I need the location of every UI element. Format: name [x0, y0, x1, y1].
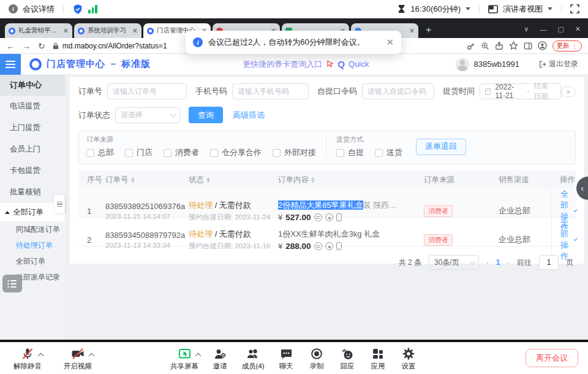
reactions-button[interactable]: 回应 [332, 346, 363, 371]
phone-input[interactable] [232, 83, 309, 99]
share-options-caret[interactable] [195, 353, 201, 359]
prev-page-button[interactable]: ‹ [486, 259, 489, 266]
pickup-code-input[interactable] [362, 83, 434, 99]
search-button[interactable]: 查询 [189, 107, 223, 123]
checkbox-icon[interactable] [273, 149, 281, 157]
sidebar-item-city-delivery-orders[interactable]: 同城配送订单 [0, 221, 65, 237]
view-mode-label[interactable]: 演讲者视图 [503, 4, 543, 15]
tab-close-icon[interactable]: ✕ [409, 27, 415, 35]
password-key-icon[interactable] [467, 42, 475, 50]
share-screen-button[interactable]: 共享屏幕 [164, 346, 205, 371]
bookmark-star-icon[interactable] [509, 41, 518, 50]
sort-icon[interactable] [311, 177, 315, 183]
col-content[interactable]: 订单内容 [278, 175, 424, 185]
start-video-button[interactable]: 开启视频 [60, 346, 96, 371]
meeting-info-icon[interactable]: i [9, 4, 18, 13]
checkbox-icon[interactable] [164, 149, 172, 157]
checkbox-icon[interactable] [336, 149, 344, 157]
sidebar-item-member-visit[interactable]: 会员上门 [0, 139, 65, 160]
advanced-filter-link[interactable]: 高级筛选 [233, 110, 265, 121]
reload-icon[interactable]: ↻ [38, 41, 45, 51]
checkbox-icon[interactable] [86, 149, 94, 157]
side-panel-icon[interactable] [524, 42, 532, 50]
checkbox-icon[interactable] [125, 149, 133, 157]
browser-tab-2[interactable]: 系统培训学习 ✕ [74, 23, 141, 38]
sidebar-item-pending-orders[interactable]: 待处理订单 [0, 237, 65, 253]
col-status[interactable]: 状态 [189, 175, 278, 185]
zoom-icon[interactable] [481, 42, 489, 50]
meeting-details-label[interactable]: 会议详情 [23, 4, 55, 15]
tab-close-icon[interactable]: ✕ [132, 27, 138, 35]
sidebar-item-door-pickup[interactable]: 上门提货 [0, 117, 65, 139]
new-tab-button[interactable]: ＋ [424, 24, 433, 36]
window-maximize-button[interactable]: ▢ [557, 25, 564, 33]
current-page[interactable]: 1 [496, 258, 500, 267]
end-date-placeholder[interactable]: 结束日期 [533, 81, 556, 102]
gift-icon[interactable] [325, 213, 333, 221]
video-options-caret[interactable] [89, 353, 95, 359]
checkbox-self-pickup[interactable]: 自提 [336, 147, 364, 158]
back-icon[interactable]: ← [6, 41, 15, 51]
table-row[interactable]: 2 83859345088979792a 2023-11-13 14:33:34… [78, 218, 576, 246]
forward-icon[interactable]: → [22, 41, 31, 51]
checkbox-consumer[interactable]: 消费者 [164, 147, 199, 158]
next-page-button[interactable]: › [507, 259, 510, 266]
order-status-select[interactable]: 请选择 [115, 107, 180, 123]
checkbox-hq[interactable]: 总部 [86, 147, 114, 158]
checkbox-icon[interactable] [210, 149, 218, 157]
quick-label[interactable]: Quick [349, 59, 369, 69]
user-avatar[interactable] [456, 58, 469, 71]
banner-close-icon[interactable]: ✕ [386, 37, 394, 48]
goto-page-input[interactable] [539, 255, 559, 270]
chrome-update-button[interactable]: 更新⋮ [552, 40, 582, 52]
timer-dropdown-icon[interactable] [466, 7, 470, 10]
order-no-input[interactable] [107, 83, 187, 99]
fullscreen-icon[interactable] [570, 4, 579, 13]
quick-card-entry-link[interactable]: 更快捷的券卡查询入口 [243, 59, 322, 70]
logout-button[interactable]: 退出登录 [539, 59, 578, 69]
sidebar-item-all-orders[interactable]: 全部订单 [0, 253, 65, 269]
sidebar-section-order-center[interactable]: 订单中心 [0, 75, 65, 96]
collapse-filters-button[interactable]: » [561, 86, 576, 97]
page-size-select[interactable]: 30条/页 [429, 255, 479, 270]
share-icon[interactable] [495, 42, 503, 50]
menu-hamburger-button[interactable] [0, 54, 21, 75]
browser-tab-1[interactable]: 礼盒营销平台管理中心 ✕ [5, 23, 72, 38]
leave-meeting-button[interactable]: 离开会议 [526, 349, 578, 367]
floating-list-button[interactable] [2, 275, 22, 292]
mic-options-caret[interactable] [38, 353, 44, 359]
phone-icon[interactable] [336, 242, 342, 250]
members-button[interactable]: 成员(4) [235, 346, 271, 371]
window-close-button[interactable]: ✕ [575, 25, 581, 33]
sort-icon[interactable] [206, 177, 210, 183]
invite-button[interactable]: 邀请 [205, 346, 235, 371]
checkbox-store[interactable]: 门店 [125, 147, 153, 158]
checkbox-icon[interactable] [375, 149, 383, 157]
network-signal-icon[interactable] [88, 5, 97, 13]
tab-search-icon[interactable]: ∨ [524, 25, 529, 33]
start-date-value[interactable]: 2022-11-21 [495, 83, 522, 100]
apps-button[interactable]: 应用 [363, 346, 393, 371]
dispatch-return-button[interactable]: 派单退回 [416, 139, 466, 155]
profile-avatar-icon[interactable] [538, 41, 547, 50]
unmute-button[interactable]: 解除静音 [10, 346, 45, 371]
chat-button[interactable]: 聊天 [271, 346, 301, 371]
view-dropdown-icon[interactable] [548, 7, 552, 10]
sort-icon[interactable] [131, 177, 135, 183]
record-button[interactable]: 录制 [301, 346, 332, 371]
window-minimize-button[interactable]: — [540, 26, 546, 33]
gift-icon[interactable] [325, 242, 333, 250]
date-range-picker[interactable]: 2022-11-21 - 结束日期 [480, 83, 561, 99]
checkbox-delivery[interactable]: 送货 [375, 147, 402, 158]
sidebar-item-card-pickup[interactable]: 卡包提货 [0, 160, 65, 181]
receipt-icon[interactable] [314, 213, 322, 221]
quick-q-icon[interactable]: Q [337, 59, 345, 69]
checkbox-external[interactable]: 外部对接 [273, 147, 316, 158]
receipt-icon[interactable] [314, 242, 322, 250]
phone-icon[interactable] [336, 213, 342, 221]
settings-button[interactable]: 设置 [393, 346, 424, 371]
col-order-no[interactable]: 订单号 [105, 175, 189, 185]
shield-check-icon[interactable] [72, 4, 83, 15]
checkbox-warehouse-share[interactable]: 仓分享合作 [210, 147, 262, 158]
tab-close-icon[interactable]: ✕ [63, 27, 69, 35]
